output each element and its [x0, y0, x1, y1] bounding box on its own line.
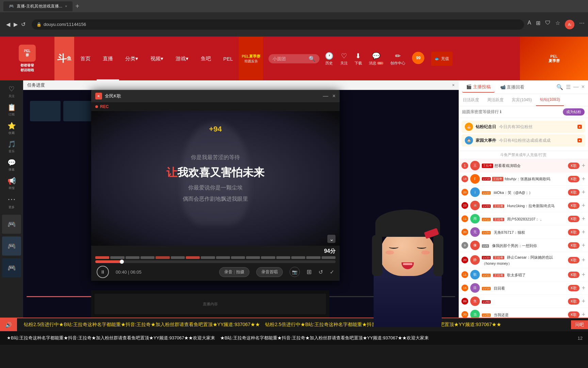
new-tab-btn[interactable]: + — [72, 2, 82, 10]
k-plus-12[interactable]: + — [582, 311, 585, 318]
nav-recharge[interactable]: 🐟 充值 — [431, 52, 453, 66]
birthday-icon: 🎂 — [465, 123, 473, 131]
k-plus-2[interactable]: + — [582, 175, 585, 183]
stream-thumb-3[interactable]: 🎮 — [2, 258, 21, 277]
progress-track[interactable] — [95, 260, 336, 263]
forward-btn[interactable]: ▶ — [14, 21, 18, 28]
loop-icon[interactable]: ↺ — [318, 269, 323, 275]
nav-creator[interactable]: ✏ 创作中心 — [390, 52, 405, 66]
song-info-6: LV20 无鱼876717：猫权 — [482, 229, 566, 235]
nav-fishbar[interactable]: 鱼吧 — [195, 37, 217, 80]
k-song-btn-9[interactable]: K歌 — [568, 272, 579, 278]
equalizer-icon[interactable]: ⊞ — [307, 268, 312, 276]
k-song-btn-6[interactable]: K歌 — [568, 229, 579, 235]
tab-host-post[interactable]: 🎬 主播投稿 — [462, 82, 495, 93]
menu-icon[interactable]: ☰ — [566, 84, 571, 90]
nav-live[interactable]: 直播 — [97, 37, 119, 80]
sidebar-follow[interactable]: ♡ 关注 — [3, 83, 20, 100]
pause-btn[interactable]: ⏸ — [97, 266, 109, 278]
sub-tab-diamond[interactable]: 钻钻(1083) — [536, 94, 564, 106]
sidebar-danmu[interactable]: 💬 弹幕 — [3, 157, 20, 174]
profile-icon[interactable]: Ai — [565, 20, 574, 29]
camera-icon[interactable]: 📷 — [290, 267, 300, 277]
become-vip-btn[interactable]: 成为钻粉 — [563, 108, 585, 116]
k-song-btn-3[interactable]: K歌 — [568, 189, 579, 196]
confirm-icon[interactable]: ✓ — [330, 269, 334, 275]
k-song-btn-8[interactable]: K歌 — [568, 257, 579, 263]
screenshot-icon[interactable]: ⊞ — [536, 20, 540, 29]
reload-btn[interactable]: ↺ — [21, 21, 26, 28]
sub-tab-bin[interactable]: 宾宾(1045) — [508, 94, 536, 106]
security-icon[interactable]: 🛡 — [545, 20, 551, 29]
ticker-action-btn[interactable]: 问吧 — [571, 320, 588, 329]
k-song-btn-1[interactable]: K歌 — [568, 163, 579, 169]
k-plus-11[interactable]: + — [582, 298, 585, 305]
nav-pel[interactable]: PEL — [217, 37, 239, 80]
close-panel-btn[interactable]: × — [582, 84, 585, 90]
record-btn[interactable]: 录音 | 拍摄 — [219, 267, 249, 277]
k-plus-4[interactable]: + — [582, 202, 585, 209]
minimize-panel-btn[interactable]: — — [573, 84, 579, 90]
k-song-btn-5[interactable]: K歌 — [568, 216, 579, 222]
task-close-btn[interactable]: × — [452, 82, 455, 88]
avatar-5: 用 — [470, 214, 480, 224]
nav-video[interactable]: 视频▾ — [144, 37, 169, 80]
k-plus-1[interactable]: + — [582, 162, 585, 169]
extensions-icon[interactable]: ⋯ — [579, 20, 585, 29]
active-tab[interactable]: 🎮 直播-主机其他游戏直播... × — [3, 1, 72, 11]
k-plus-10[interactable]: + — [582, 285, 585, 292]
sidebar-more[interactable]: ⋯ 更多 — [3, 194, 20, 211]
search-input[interactable] — [273, 56, 307, 61]
karaoke-close-btn[interactable]: × — [332, 93, 336, 99]
song-info-9: LV11 王拉奇 歌太多唱了 — [482, 272, 566, 278]
k-plus-8[interactable]: + — [582, 257, 585, 264]
back-btn[interactable]: ◀ — [6, 21, 10, 28]
tab-close-btn[interactable]: × — [65, 4, 67, 8]
progress-fill — [95, 260, 122, 263]
sub-tab-weekly[interactable]: 周活跃度 — [483, 94, 508, 106]
sidebar-subscribe[interactable]: 📋 订阅 — [3, 102, 20, 119]
k-song-btn-7[interactable]: K歌 — [568, 242, 579, 249]
stream-thumb[interactable]: 🎮 — [2, 215, 21, 234]
k-song-btn-4[interactable]: K歌 — [568, 202, 579, 209]
nav-follow[interactable]: ♡ 关注 — [340, 52, 348, 66]
search-btn[interactable]: 🔍 — [309, 56, 315, 62]
sidebar-fav[interactable]: ⭐ 收藏 — [3, 120, 20, 137]
site-logo[interactable]: PEL赛 都都發發都说啦啦 — [0, 37, 54, 80]
nav-category[interactable]: 分类▾ — [119, 37, 144, 80]
k-plus-7[interactable]: + — [582, 242, 585, 249]
nav-history[interactable]: 🕐 历史 — [325, 52, 333, 66]
k-plus-6[interactable]: + — [582, 229, 585, 236]
bookmark-icon[interactable]: ☆ — [555, 20, 560, 29]
nav-msg[interactable]: 💬 消息 99+ — [369, 52, 384, 66]
pel-banner: PEL夏季赛 — [520, 37, 588, 80]
nav-download[interactable]: ⬇ 下载 — [355, 52, 362, 66]
tab-favicon: 🎮 — [9, 4, 14, 9]
sidebar-report[interactable]: 📢 举报 — [3, 175, 20, 192]
nav-game[interactable]: 游戏▾ — [169, 37, 195, 80]
stream-thumb-2[interactable]: 🎮 — [2, 236, 21, 256]
sub-tab-daily[interactable]: 日活跃度 — [459, 94, 483, 106]
k-plus-9[interactable]: + — [582, 271, 585, 278]
k-song-btn-2[interactable]: K歌 — [568, 176, 579, 182]
nav-pel-special[interactable]: PEL夏季赛 坦圆反告 — [239, 37, 263, 80]
user-avatar[interactable]: 99 — [412, 52, 424, 64]
tab-icons: 🔍 ☰ — × — [556, 84, 585, 90]
song-name-9: 歌太多唱了 — [507, 273, 526, 277]
k-song-btn-12[interactable]: K歌 — [568, 311, 579, 318]
k-song-btn-11[interactable]: K歌 — [568, 298, 579, 305]
tab-live-replay[interactable]: 📹 直播回看 — [496, 82, 529, 92]
k-song-btn-10[interactable]: K歌 — [568, 285, 579, 291]
k-plus-5[interactable]: + — [582, 215, 585, 223]
k-plus-3[interactable]: + — [582, 189, 585, 196]
minimize-btn[interactable]: — — [323, 93, 328, 99]
nav-home[interactable]: 首页 — [74, 37, 97, 80]
search-icon[interactable]: 🔍 — [556, 84, 563, 90]
karaoke-dropdown-btn[interactable]: ⌄ — [327, 235, 336, 243]
translate-icon[interactable]: A — [527, 20, 531, 29]
sidebar-music[interactable]: 🎵 音乐 — [3, 138, 20, 155]
recording-btn[interactable]: 录音首唱 — [256, 267, 283, 277]
tab-title: 直播-主机其他游戏直播... — [17, 3, 62, 9]
address-bar[interactable]: 🔒 douyu.com/11144156 — [32, 19, 524, 30]
progress-handle[interactable] — [120, 260, 124, 264]
